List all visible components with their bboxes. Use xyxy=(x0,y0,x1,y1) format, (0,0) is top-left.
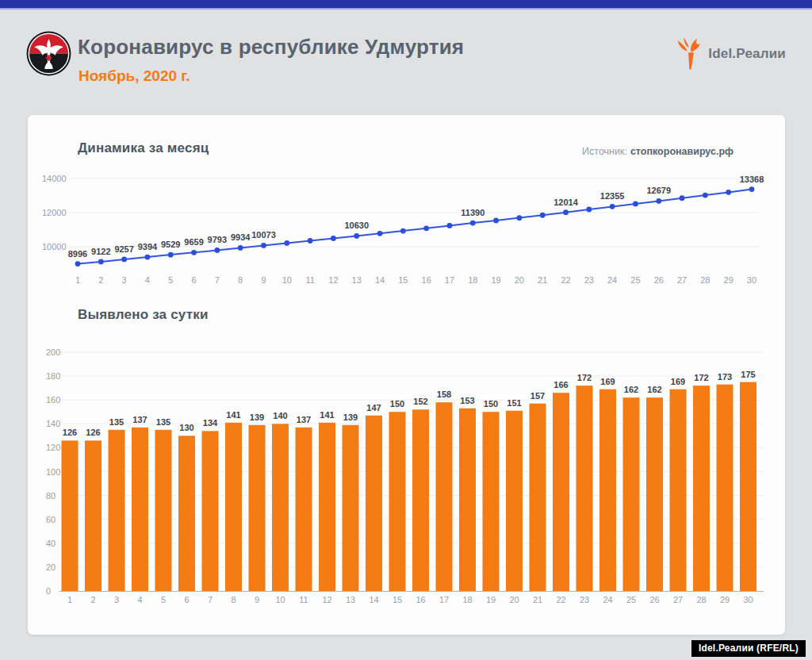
svg-text:12014: 12014 xyxy=(553,198,578,207)
svg-text:17: 17 xyxy=(439,595,449,604)
svg-text:135: 135 xyxy=(109,417,124,427)
svg-text:29: 29 xyxy=(724,275,733,285)
svg-text:139: 139 xyxy=(250,412,264,422)
source-name: стопкоронавирус.рф xyxy=(630,146,733,157)
svg-text:12: 12 xyxy=(322,595,331,604)
line-chart-title: Динамика за месяц xyxy=(78,140,209,156)
svg-text:200: 200 xyxy=(46,347,60,357)
svg-text:9529: 9529 xyxy=(161,240,180,249)
svg-text:20: 20 xyxy=(509,595,519,604)
svg-text:30: 30 xyxy=(747,275,756,285)
svg-text:9122: 9122 xyxy=(91,247,110,256)
svg-text:100: 100 xyxy=(46,467,60,477)
page-title: Коронавирус в республике Удмуртия xyxy=(78,35,464,59)
svg-text:162: 162 xyxy=(647,385,661,394)
svg-text:150: 150 xyxy=(484,399,498,409)
svg-text:135: 135 xyxy=(156,417,170,427)
svg-text:5: 5 xyxy=(161,595,166,604)
svg-text:10630: 10630 xyxy=(344,221,369,230)
svg-text:15: 15 xyxy=(398,275,408,285)
svg-text:13368: 13368 xyxy=(740,175,764,184)
svg-text:20: 20 xyxy=(515,275,524,285)
svg-text:140: 140 xyxy=(46,419,60,428)
svg-text:160: 160 xyxy=(46,395,60,405)
svg-text:12000: 12000 xyxy=(42,208,67,217)
svg-text:140: 140 xyxy=(273,411,287,420)
svg-text:180: 180 xyxy=(46,371,60,381)
svg-text:172: 172 xyxy=(694,373,708,382)
torch-flame-icon xyxy=(676,36,703,71)
svg-text:151: 151 xyxy=(507,398,521,408)
svg-text:30: 30 xyxy=(743,595,753,604)
svg-text:18: 18 xyxy=(462,595,472,604)
svg-text:134: 134 xyxy=(203,418,218,428)
svg-text:14000: 14000 xyxy=(42,174,67,183)
svg-text:166: 166 xyxy=(553,380,568,389)
svg-text:147: 147 xyxy=(366,403,381,412)
svg-text:6: 6 xyxy=(191,275,196,285)
svg-text:152: 152 xyxy=(413,397,427,406)
svg-text:4: 4 xyxy=(145,275,150,285)
svg-text:10: 10 xyxy=(282,275,292,285)
svg-text:27: 27 xyxy=(673,595,683,604)
svg-text:21: 21 xyxy=(533,595,542,604)
svg-text:21: 21 xyxy=(538,275,547,285)
svg-text:13: 13 xyxy=(352,275,362,285)
svg-text:3: 3 xyxy=(122,275,127,285)
svg-text:8: 8 xyxy=(231,595,236,604)
brand-name: Idel.Реалии xyxy=(708,46,786,62)
svg-text:158: 158 xyxy=(437,389,451,399)
svg-text:137: 137 xyxy=(132,415,147,424)
svg-text:7: 7 xyxy=(208,595,213,604)
svg-text:19: 19 xyxy=(486,595,496,604)
svg-text:13: 13 xyxy=(346,595,355,604)
svg-text:10000: 10000 xyxy=(42,242,67,251)
svg-text:25: 25 xyxy=(626,595,636,604)
source-prefix: Источник: xyxy=(582,146,627,157)
svg-text:139: 139 xyxy=(343,412,358,422)
svg-text:150: 150 xyxy=(390,399,404,409)
svg-text:18: 18 xyxy=(468,275,477,285)
svg-text:9934: 9934 xyxy=(231,232,251,242)
brand-logo: Idel.Реалии xyxy=(676,36,786,72)
svg-text:162: 162 xyxy=(624,385,638,394)
svg-text:153: 153 xyxy=(460,396,474,405)
svg-text:5: 5 xyxy=(168,275,173,285)
top-accent-bar xyxy=(0,0,812,10)
svg-text:17: 17 xyxy=(445,275,454,285)
svg-text:12679: 12679 xyxy=(646,186,671,195)
header: Коронавирус в республике Удмуртия Ноябрь… xyxy=(0,10,812,113)
svg-text:120: 120 xyxy=(46,443,60,452)
svg-text:19: 19 xyxy=(491,275,500,285)
svg-text:2: 2 xyxy=(98,275,103,285)
svg-text:9659: 9659 xyxy=(184,237,203,247)
svg-text:15: 15 xyxy=(393,595,402,604)
svg-text:60: 60 xyxy=(46,515,56,524)
line-chart: 1000012000140008996912292579394952996599… xyxy=(28,159,785,290)
svg-text:10073: 10073 xyxy=(251,230,276,240)
svg-text:130: 130 xyxy=(179,423,193,432)
page-subtitle: Ноябрь, 2020 г. xyxy=(79,67,190,85)
svg-text:172: 172 xyxy=(577,373,592,382)
svg-text:141: 141 xyxy=(226,410,240,420)
svg-text:126: 126 xyxy=(63,428,77,437)
svg-text:6: 6 xyxy=(184,595,189,604)
svg-text:137: 137 xyxy=(297,415,311,424)
svg-text:1: 1 xyxy=(67,595,72,604)
svg-text:175: 175 xyxy=(741,370,755,379)
svg-text:16: 16 xyxy=(416,595,425,604)
svg-text:9394: 9394 xyxy=(138,242,158,251)
svg-text:26: 26 xyxy=(654,275,664,285)
svg-text:28: 28 xyxy=(696,595,706,604)
svg-text:141: 141 xyxy=(320,410,334,420)
svg-text:9: 9 xyxy=(255,595,259,604)
svg-text:25: 25 xyxy=(630,275,640,285)
svg-text:22: 22 xyxy=(561,275,570,285)
svg-text:4: 4 xyxy=(137,595,142,604)
svg-text:12: 12 xyxy=(328,275,338,285)
svg-text:27: 27 xyxy=(677,275,687,285)
svg-text:126: 126 xyxy=(86,428,100,437)
svg-text:0: 0 xyxy=(46,586,51,596)
svg-text:11: 11 xyxy=(299,595,308,604)
svg-text:14: 14 xyxy=(369,595,378,604)
